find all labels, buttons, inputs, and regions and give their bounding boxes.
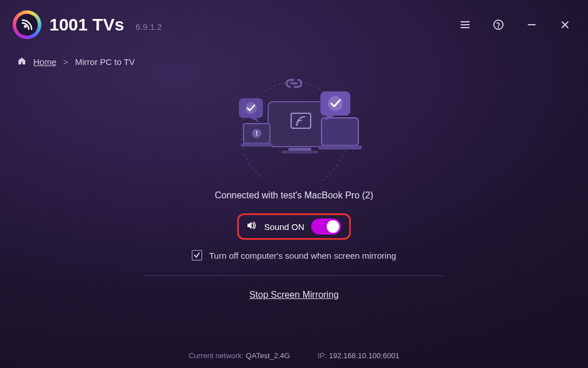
footer: Current network: QATest_2.4G IP: 192.168… xyxy=(0,351,588,360)
minimize-button[interactable] xyxy=(524,17,540,33)
divider xyxy=(145,275,443,276)
svg-point-8 xyxy=(296,124,298,126)
sound-toggle[interactable] xyxy=(311,218,341,235)
svg-rect-10 xyxy=(318,145,362,150)
ip-value: 192.168.10.100:6001 xyxy=(329,351,400,360)
svg-point-16 xyxy=(328,96,343,111)
stop-mirroring-link[interactable]: Stop Screen Mirroring xyxy=(249,290,339,300)
breadcrumb-separator: > xyxy=(63,57,68,67)
mute-computer-checkbox-row[interactable]: Turn off computer's sound when screen mi… xyxy=(192,250,396,260)
svg-text:!: ! xyxy=(256,130,258,137)
help-button[interactable] xyxy=(490,17,506,33)
svg-rect-9 xyxy=(322,118,358,145)
breadcrumb: Home > Mirror PC to TV xyxy=(0,44,588,67)
connection-status: Connected with test's MacBook Pro (2) xyxy=(215,190,373,201)
footer-ip: IP: 192.168.10.100:6001 xyxy=(318,351,399,360)
network-label: Current network: xyxy=(188,351,243,360)
svg-rect-12 xyxy=(241,143,273,147)
connection-illustration: ! xyxy=(214,78,374,181)
app-name: 1001 TVs xyxy=(49,15,124,34)
titlebar: 1001 TVs 6.9.1.2 xyxy=(0,0,588,44)
menu-button[interactable] xyxy=(457,17,473,33)
sound-toggle-row: Sound ON xyxy=(237,213,351,240)
svg-point-0 xyxy=(24,25,27,28)
speaker-icon xyxy=(246,220,257,233)
mute-checkbox-label: Turn off computer's sound when screen mi… xyxy=(209,251,396,260)
app-logo xyxy=(13,10,41,39)
app-version: 6.9.1.2 xyxy=(136,22,162,32)
close-button[interactable] xyxy=(557,17,573,33)
network-value: QATest_2.4G xyxy=(246,351,290,360)
ip-label: IP: xyxy=(318,351,327,360)
breadcrumb-home[interactable]: Home xyxy=(33,57,56,67)
main-content: ! Connected with test's MacBook Pro (2) … xyxy=(0,67,588,300)
home-icon xyxy=(17,56,26,67)
footer-network: Current network: QATest_2.4G xyxy=(188,351,290,360)
svg-rect-6 xyxy=(281,151,318,154)
svg-rect-5 xyxy=(288,148,311,151)
sound-label: Sound ON xyxy=(264,222,304,232)
mute-checkbox[interactable] xyxy=(192,250,202,260)
svg-point-2 xyxy=(498,27,499,28)
breadcrumb-current: Mirror PC to TV xyxy=(75,57,135,67)
